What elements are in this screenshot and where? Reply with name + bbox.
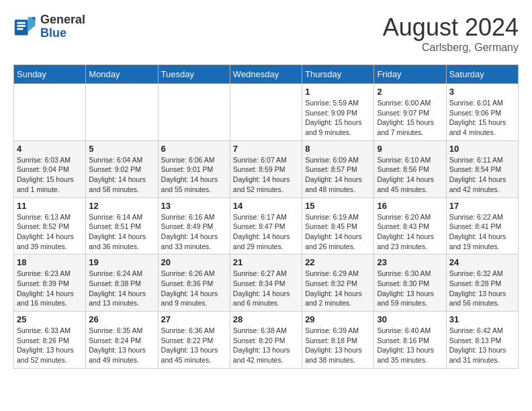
day-number: 31 bbox=[449, 314, 515, 324]
day-number: 6 bbox=[161, 144, 227, 154]
day-info: Sunrise: 6:40 AM Sunset: 8:16 PM Dayligh… bbox=[377, 326, 443, 365]
calendar-week-row: 1Sunrise: 5:59 AM Sunset: 9:09 PM Daylig… bbox=[14, 84, 519, 141]
month-year-title: August 2024 bbox=[383, 13, 519, 42]
calendar-cell: 20Sunrise: 6:26 AM Sunset: 8:36 PM Dayli… bbox=[158, 255, 230, 312]
logo-general: General bbox=[40, 13, 85, 27]
day-info: Sunrise: 6:13 AM Sunset: 8:52 PM Dayligh… bbox=[17, 212, 83, 252]
location-title: Carlsberg, Germany bbox=[383, 42, 519, 54]
calendar-cell: 8Sunrise: 6:09 AM Sunset: 8:57 PM Daylig… bbox=[302, 140, 374, 197]
calendar-cell: 30Sunrise: 6:40 AM Sunset: 8:16 PM Dayli… bbox=[374, 312, 446, 369]
calendar: SundayMondayTuesdayWednesdayThursdayFrid… bbox=[13, 64, 519, 369]
day-number: 26 bbox=[89, 314, 154, 324]
day-number: 5 bbox=[89, 144, 154, 154]
day-number: 22 bbox=[305, 257, 371, 267]
calendar-cell: 31Sunrise: 6:42 AM Sunset: 8:13 PM Dayli… bbox=[446, 312, 518, 369]
day-number: 1 bbox=[305, 87, 371, 97]
logo-blue: Blue bbox=[40, 27, 85, 40]
day-info: Sunrise: 6:16 AM Sunset: 8:49 PM Dayligh… bbox=[161, 212, 227, 252]
logo-icon bbox=[13, 15, 38, 39]
day-info: Sunrise: 6:04 AM Sunset: 9:02 PM Dayligh… bbox=[89, 155, 154, 195]
day-info: Sunrise: 6:36 AM Sunset: 8:22 PM Dayligh… bbox=[161, 326, 227, 365]
calendar-cell: 27Sunrise: 6:36 AM Sunset: 8:22 PM Dayli… bbox=[158, 312, 230, 369]
day-info: Sunrise: 6:09 AM Sunset: 8:57 PM Dayligh… bbox=[305, 155, 371, 195]
day-info: Sunrise: 6:29 AM Sunset: 8:32 PM Dayligh… bbox=[305, 269, 371, 308]
day-header-saturday: Saturday bbox=[446, 65, 518, 84]
calendar-cell: 14Sunrise: 6:17 AM Sunset: 8:47 PM Dayli… bbox=[230, 197, 302, 255]
day-number: 7 bbox=[233, 144, 299, 154]
calendar-cell bbox=[14, 84, 86, 141]
calendar-week-row: 25Sunrise: 6:33 AM Sunset: 8:26 PM Dayli… bbox=[14, 312, 519, 369]
day-info: Sunrise: 6:26 AM Sunset: 8:36 PM Dayligh… bbox=[161, 269, 227, 308]
day-info: Sunrise: 6:27 AM Sunset: 8:34 PM Dayligh… bbox=[233, 269, 299, 308]
calendar-cell: 11Sunrise: 6:13 AM Sunset: 8:52 PM Dayli… bbox=[14, 197, 86, 255]
day-number: 19 bbox=[89, 257, 154, 267]
day-info: Sunrise: 6:22 AM Sunset: 8:41 PM Dayligh… bbox=[449, 212, 515, 252]
calendar-cell: 10Sunrise: 6:11 AM Sunset: 8:54 PM Dayli… bbox=[446, 140, 518, 197]
day-header-tuesday: Tuesday bbox=[158, 65, 230, 84]
header: General Blue August 2024 Carlsberg, Germ… bbox=[13, 13, 519, 54]
calendar-cell: 22Sunrise: 6:29 AM Sunset: 8:32 PM Dayli… bbox=[302, 255, 374, 312]
day-number: 9 bbox=[377, 144, 443, 154]
calendar-cell: 3Sunrise: 6:01 AM Sunset: 9:06 PM Daylig… bbox=[446, 84, 518, 141]
calendar-cell: 16Sunrise: 6:20 AM Sunset: 8:43 PM Dayli… bbox=[374, 197, 446, 255]
logo: General Blue bbox=[13, 13, 85, 40]
day-header-wednesday: Wednesday bbox=[230, 65, 302, 84]
calendar-cell: 15Sunrise: 6:19 AM Sunset: 8:45 PM Dayli… bbox=[302, 197, 374, 255]
day-number: 27 bbox=[161, 314, 227, 324]
day-info: Sunrise: 6:17 AM Sunset: 8:47 PM Dayligh… bbox=[233, 212, 299, 252]
day-number: 15 bbox=[305, 201, 371, 211]
calendar-cell: 17Sunrise: 6:22 AM Sunset: 8:41 PM Dayli… bbox=[446, 197, 518, 255]
calendar-cell: 13Sunrise: 6:16 AM Sunset: 8:49 PM Dayli… bbox=[158, 197, 230, 255]
day-header-sunday: Sunday bbox=[14, 65, 86, 84]
day-info: Sunrise: 6:01 AM Sunset: 9:06 PM Dayligh… bbox=[449, 98, 515, 138]
day-info: Sunrise: 6:10 AM Sunset: 8:56 PM Dayligh… bbox=[377, 155, 443, 195]
day-info: Sunrise: 6:19 AM Sunset: 8:45 PM Dayligh… bbox=[305, 212, 371, 252]
calendar-cell: 2Sunrise: 6:00 AM Sunset: 9:07 PM Daylig… bbox=[374, 84, 446, 141]
day-info: Sunrise: 6:38 AM Sunset: 8:20 PM Dayligh… bbox=[233, 326, 299, 365]
day-number: 30 bbox=[377, 314, 443, 324]
day-info: Sunrise: 6:14 AM Sunset: 8:51 PM Dayligh… bbox=[89, 212, 154, 252]
day-number: 21 bbox=[233, 257, 299, 267]
day-number: 12 bbox=[89, 201, 154, 211]
calendar-cell: 21Sunrise: 6:27 AM Sunset: 8:34 PM Dayli… bbox=[230, 255, 302, 312]
day-info: Sunrise: 6:03 AM Sunset: 9:04 PM Dayligh… bbox=[17, 155, 83, 195]
day-info: Sunrise: 6:06 AM Sunset: 9:01 PM Dayligh… bbox=[161, 155, 227, 195]
day-number: 16 bbox=[377, 201, 443, 211]
day-number: 2 bbox=[377, 87, 443, 97]
svg-rect-1 bbox=[17, 22, 26, 24]
day-number: 18 bbox=[17, 257, 83, 267]
calendar-cell bbox=[158, 84, 230, 141]
calendar-cell bbox=[86, 84, 158, 141]
day-number: 4 bbox=[17, 144, 83, 154]
svg-rect-2 bbox=[17, 25, 26, 27]
day-info: Sunrise: 6:11 AM Sunset: 8:54 PM Dayligh… bbox=[449, 155, 515, 195]
day-info: Sunrise: 5:59 AM Sunset: 9:09 PM Dayligh… bbox=[305, 98, 371, 138]
day-info: Sunrise: 6:30 AM Sunset: 8:30 PM Dayligh… bbox=[377, 269, 443, 308]
svg-rect-0 bbox=[15, 19, 28, 35]
day-number: 8 bbox=[305, 144, 371, 154]
day-number: 11 bbox=[17, 201, 83, 211]
calendar-cell: 26Sunrise: 6:35 AM Sunset: 8:24 PM Dayli… bbox=[86, 312, 158, 369]
calendar-week-row: 4Sunrise: 6:03 AM Sunset: 9:04 PM Daylig… bbox=[14, 140, 519, 197]
day-info: Sunrise: 6:20 AM Sunset: 8:43 PM Dayligh… bbox=[377, 212, 443, 252]
calendar-cell: 5Sunrise: 6:04 AM Sunset: 9:02 PM Daylig… bbox=[86, 140, 158, 197]
day-info: Sunrise: 6:35 AM Sunset: 8:24 PM Dayligh… bbox=[89, 326, 154, 365]
svg-rect-3 bbox=[17, 28, 23, 30]
calendar-cell: 4Sunrise: 6:03 AM Sunset: 9:04 PM Daylig… bbox=[14, 140, 86, 197]
calendar-cell: 25Sunrise: 6:33 AM Sunset: 8:26 PM Dayli… bbox=[14, 312, 86, 369]
day-number: 13 bbox=[161, 201, 227, 211]
calendar-header-row: SundayMondayTuesdayWednesdayThursdayFrid… bbox=[14, 65, 519, 84]
calendar-cell: 6Sunrise: 6:06 AM Sunset: 9:01 PM Daylig… bbox=[158, 140, 230, 197]
day-info: Sunrise: 6:42 AM Sunset: 8:13 PM Dayligh… bbox=[449, 326, 515, 365]
day-info: Sunrise: 6:00 AM Sunset: 9:07 PM Dayligh… bbox=[377, 98, 443, 138]
calendar-cell: 23Sunrise: 6:30 AM Sunset: 8:30 PM Dayli… bbox=[374, 255, 446, 312]
day-info: Sunrise: 6:32 AM Sunset: 8:28 PM Dayligh… bbox=[449, 269, 515, 308]
day-number: 25 bbox=[17, 314, 83, 324]
day-info: Sunrise: 6:39 AM Sunset: 8:18 PM Dayligh… bbox=[305, 326, 371, 365]
day-number: 14 bbox=[233, 201, 299, 211]
day-number: 28 bbox=[233, 314, 299, 324]
calendar-cell: 18Sunrise: 6:23 AM Sunset: 8:39 PM Dayli… bbox=[14, 255, 86, 312]
day-number: 17 bbox=[449, 201, 515, 211]
day-info: Sunrise: 6:07 AM Sunset: 8:59 PM Dayligh… bbox=[233, 155, 299, 195]
day-info: Sunrise: 6:24 AM Sunset: 8:38 PM Dayligh… bbox=[89, 269, 154, 308]
